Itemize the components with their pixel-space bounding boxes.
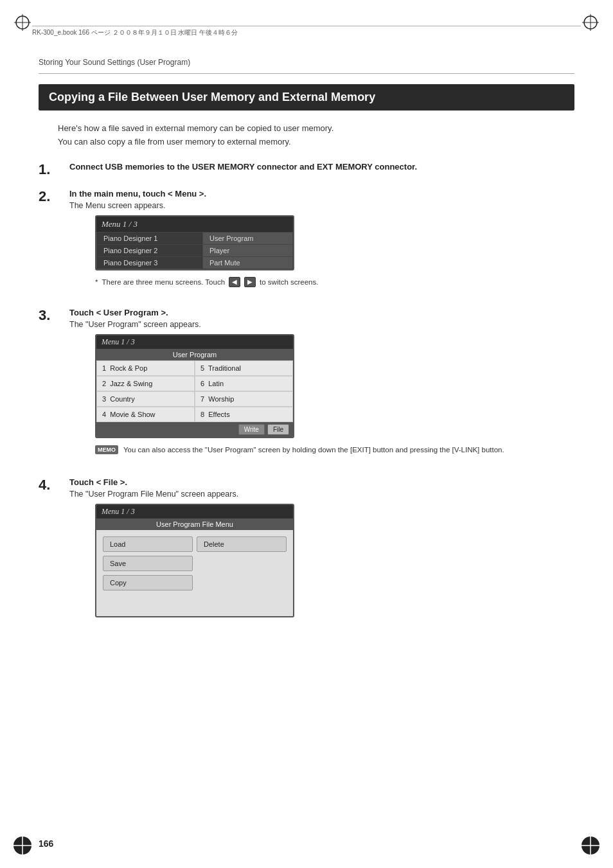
up-cell-label: Country bbox=[110, 395, 135, 403]
main-heading: Copying a File Between User Memory and E… bbox=[39, 84, 574, 111]
up-cell-label: Worship bbox=[208, 395, 234, 403]
menu-cell-left-3: Piano Designer 3 bbox=[97, 256, 203, 269]
up-cell-label: Effects bbox=[208, 411, 229, 418]
up-cell-num: 7 bbox=[200, 395, 204, 403]
step-2-content: In the main menu, touch < Menu >. The Me… bbox=[69, 189, 574, 296]
step-1: 1. Connect USB memories to the USER MEMO… bbox=[39, 162, 574, 177]
up-cell-num: 4 bbox=[102, 411, 106, 418]
nav-btn-left: ◀ bbox=[229, 277, 240, 287]
page-number: 166 bbox=[39, 838, 53, 849]
corner-mark-br bbox=[581, 836, 600, 855]
menu-cell-right-1: User Program bbox=[202, 232, 292, 244]
file-button[interactable]: File bbox=[267, 424, 289, 435]
step-2-sub: The Menu screen appears. bbox=[69, 201, 574, 210]
up-cell-7: 7 Worship bbox=[195, 391, 293, 407]
delete-button[interactable]: Delete bbox=[197, 536, 287, 552]
step-3-content: Touch < User Program >. The "User Progra… bbox=[69, 308, 574, 466]
intro-line1: Here's how a file saved in external memo… bbox=[58, 122, 574, 136]
step-4-number: 4. bbox=[39, 477, 64, 493]
up-cell-num: 5 bbox=[200, 364, 204, 372]
step-3-number: 3. bbox=[39, 308, 64, 323]
file-info: RK-300_e.book 166 ページ ２００８年９月１０日 水曜日 午後４… bbox=[32, 28, 238, 37]
menu-screen-title: Menu 1 / 3 bbox=[96, 217, 293, 232]
up-cell-1: 1 Rock & Pop bbox=[96, 360, 195, 376]
table-row: Piano Designer 3 Part Mute bbox=[97, 256, 293, 269]
filemenu-title-bar: Menu 1 / 3 bbox=[96, 505, 293, 518]
step-2: 2. In the main menu, touch < Menu >. The… bbox=[39, 189, 574, 296]
file-menu-screen: Menu 1 / 3 User Program File Menu Load D… bbox=[95, 504, 294, 617]
note-text-before: There are three menu screens. Touch bbox=[102, 278, 225, 286]
step-2-title: In the main menu, touch < Menu >. bbox=[69, 189, 574, 199]
up-cell-label: Rock & Pop bbox=[110, 364, 147, 372]
memo-text: You can also access the "User Program" s… bbox=[123, 445, 504, 456]
step-2-number: 2. bbox=[39, 189, 64, 204]
page-content: Storing Your Sound Settings (User Progra… bbox=[39, 58, 574, 817]
up-cell-label: Jazz & Swing bbox=[110, 380, 152, 387]
up-cell-num: 8 bbox=[200, 411, 204, 418]
up-cell-label: Latin bbox=[208, 380, 224, 387]
up-cell-label: Movie & Show bbox=[110, 411, 155, 418]
section-rule bbox=[39, 73, 574, 74]
menu-screen-table: Piano Designer 1 User Program Piano Desi… bbox=[96, 232, 293, 269]
step-4: 4. Touch < File >. The "User Program Fil… bbox=[39, 477, 574, 624]
step-3-sub: The "User Program" screen appears. bbox=[69, 320, 574, 329]
asterisk: * bbox=[95, 278, 98, 286]
menu-cell-left-2: Piano Designer 2 bbox=[97, 244, 203, 256]
note-line: * There are three menu screens. Touch ◀ … bbox=[95, 277, 574, 287]
up-cell-2: 2 Jazz & Swing bbox=[96, 376, 195, 391]
save-button[interactable]: Save bbox=[103, 556, 193, 571]
menu-cell-left-1: Piano Designer 1 bbox=[97, 232, 203, 244]
up-cell-4: 4 Movie & Show bbox=[96, 407, 195, 422]
up-title-bar: Menu 1 / 3 bbox=[96, 335, 293, 349]
up-grid: 1 Rock & Pop 5 Traditional 2 Jazz & Swin… bbox=[96, 360, 293, 422]
step-4-title: Touch < File >. bbox=[69, 477, 574, 487]
nav-btn-right: ▶ bbox=[244, 277, 256, 287]
up-cell-8: 8 Effects bbox=[195, 407, 293, 422]
up-cell-num: 1 bbox=[102, 364, 106, 372]
corner-mark-bl bbox=[13, 836, 32, 855]
copy-button[interactable]: Copy bbox=[103, 575, 193, 590]
menu-cell-right-3: Part Mute bbox=[202, 256, 292, 269]
step-3-title: Touch < User Program >. bbox=[69, 308, 574, 317]
note-text-after: to switch screens. bbox=[260, 278, 318, 286]
step-1-title: Connect USB memories to the USER MEMORY … bbox=[69, 162, 574, 172]
corner-mark-tr bbox=[581, 13, 600, 32]
filemenu-header: User Program File Menu bbox=[96, 518, 293, 530]
menu-screen: Menu 1 / 3 Piano Designer 1 User Program… bbox=[95, 215, 294, 270]
up-cell-6: 6 Latin bbox=[195, 376, 293, 391]
user-program-screen: Menu 1 / 3 User Program 1 Rock & Pop 5 T… bbox=[95, 334, 294, 438]
up-cell-3: 3 Country bbox=[96, 391, 195, 407]
load-button[interactable]: Load bbox=[103, 536, 193, 552]
up-header: User Program bbox=[96, 349, 293, 360]
up-cell-5: 5 Traditional bbox=[195, 360, 293, 376]
table-row: Piano Designer 2 Player bbox=[97, 244, 293, 256]
memo-box: MEMO You can also access the "User Progr… bbox=[95, 445, 574, 456]
intro-text: Here's how a file saved in external memo… bbox=[58, 122, 574, 149]
write-button[interactable]: Write bbox=[238, 424, 265, 435]
step-4-sub: The "User Program File Menu" screen appe… bbox=[69, 490, 574, 499]
filemenu-buttons: Load Delete Save Copy bbox=[96, 530, 293, 597]
corner-mark-tl bbox=[13, 13, 32, 32]
step-3: 3. Touch < User Program >. The "User Pro… bbox=[39, 308, 574, 466]
up-bottom-bar: Write File bbox=[96, 422, 293, 437]
up-cell-label: Traditional bbox=[208, 364, 241, 372]
memo-badge: MEMO bbox=[95, 445, 118, 454]
up-cell-num: 6 bbox=[200, 380, 204, 387]
header-strip: RK-300_e.book 166 ページ ２００８年９月１０日 水曜日 午後４… bbox=[32, 26, 581, 37]
breadcrumb: Storing Your Sound Settings (User Progra… bbox=[39, 58, 574, 67]
up-cell-num: 2 bbox=[102, 380, 106, 387]
table-row: Piano Designer 1 User Program bbox=[97, 232, 293, 244]
up-cell-num: 3 bbox=[102, 395, 106, 403]
intro-line2: You can also copy a file from user memor… bbox=[58, 136, 574, 149]
step-1-number: 1. bbox=[39, 162, 64, 177]
step-1-content: Connect USB memories to the USER MEMORY … bbox=[69, 162, 574, 174]
step-4-content: Touch < File >. The "User Program File M… bbox=[69, 477, 574, 624]
menu-cell-right-2: Player bbox=[202, 244, 292, 256]
